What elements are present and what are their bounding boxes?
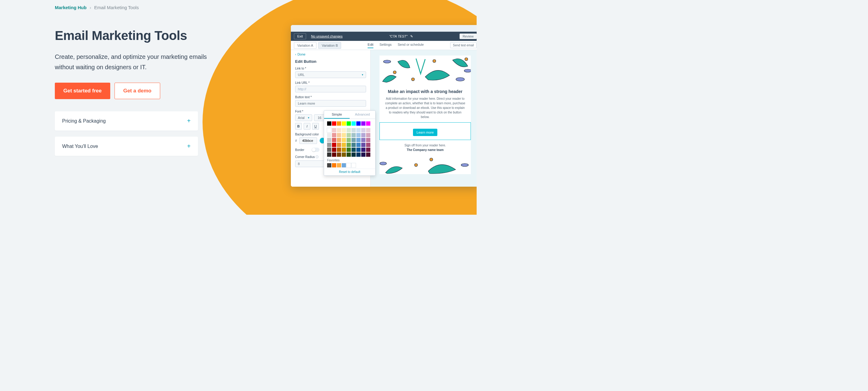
- color-swatch[interactable]: [361, 133, 366, 137]
- preview-cta-button[interactable]: Learn more: [413, 129, 437, 136]
- get-started-button[interactable]: Get started free: [55, 83, 110, 99]
- color-swatch[interactable]: [356, 143, 361, 147]
- send-test-button[interactable]: Send test email: [450, 43, 477, 48]
- color-swatch[interactable]: [356, 128, 361, 132]
- button-text-input[interactable]: Learn more: [295, 100, 366, 107]
- color-swatch[interactable]: [327, 133, 331, 137]
- color-swatch[interactable]: [337, 133, 341, 137]
- color-swatch[interactable]: [342, 138, 346, 142]
- color-swatch[interactable]: [347, 128, 351, 132]
- color-swatch[interactable]: [351, 133, 356, 137]
- color-swatch[interactable]: [347, 138, 351, 142]
- color-swatch[interactable]: [361, 138, 366, 142]
- favorite-swatch[interactable]: [327, 163, 331, 167]
- color-swatch[interactable]: [366, 148, 370, 152]
- font-size-input[interactable]: 16: [314, 114, 325, 121]
- color-swatch[interactable]: [327, 143, 331, 147]
- color-swatch[interactable]: [351, 138, 356, 142]
- color-swatch[interactable]: [347, 121, 351, 125]
- color-swatch[interactable]: [356, 133, 361, 137]
- underline-button[interactable]: U: [312, 123, 319, 130]
- accordion-love[interactable]: What You'll Love +: [55, 137, 198, 156]
- color-swatch[interactable]: [366, 121, 370, 125]
- color-swatch[interactable]: [361, 143, 366, 147]
- favorite-swatch[interactable]: [342, 163, 346, 167]
- color-swatch[interactable]: [361, 128, 366, 132]
- nav-settings[interactable]: Settings: [379, 43, 392, 48]
- color-swatch[interactable]: [332, 121, 336, 125]
- color-swatch[interactable]: [356, 148, 361, 152]
- color-swatch[interactable]: [351, 148, 356, 152]
- color-tab-simple[interactable]: Simple: [324, 111, 350, 119]
- color-swatch[interactable]: [351, 143, 356, 147]
- color-swatch[interactable]: [332, 148, 336, 152]
- color-swatch[interactable]: [366, 133, 370, 137]
- accordion-pricing[interactable]: Pricing & Packaging +: [55, 111, 198, 131]
- color-swatch[interactable]: [361, 152, 366, 157]
- color-swatch[interactable]: [366, 152, 370, 157]
- color-swatch[interactable]: [342, 121, 346, 125]
- color-swatch[interactable]: [342, 133, 346, 137]
- color-swatch[interactable]: [356, 121, 361, 125]
- bold-button[interactable]: B: [295, 123, 302, 130]
- cta-block-selected[interactable]: Learn more: [379, 122, 471, 140]
- color-swatch[interactable]: [332, 128, 336, 132]
- color-swatch[interactable]: [366, 128, 370, 132]
- favorite-swatch[interactable]: [347, 163, 351, 167]
- favorite-swatch[interactable]: [337, 163, 341, 167]
- favorite-swatch[interactable]: [332, 163, 336, 167]
- color-swatch[interactable]: [337, 128, 341, 132]
- color-swatch[interactable]: [366, 138, 370, 142]
- edit-title-icon[interactable]: ✎: [410, 34, 413, 38]
- reset-default-link[interactable]: Reset to default: [324, 169, 375, 175]
- color-swatch[interactable]: [347, 133, 351, 137]
- get-demo-button[interactable]: Get a demo: [115, 83, 160, 99]
- exit-button[interactable]: Exit: [294, 33, 306, 39]
- color-swatch[interactable]: [327, 121, 331, 125]
- color-swatch[interactable]: [356, 152, 361, 157]
- color-swatch[interactable]: [327, 138, 331, 142]
- color-swatch[interactable]: [337, 152, 341, 157]
- color-swatch[interactable]: [342, 128, 346, 132]
- bgcolor-hex-input[interactable]: [299, 137, 317, 144]
- italic-button[interactable]: I: [304, 123, 310, 130]
- color-swatch[interactable]: [332, 138, 336, 142]
- tab-variation-b[interactable]: Variation B: [318, 42, 341, 49]
- color-swatch[interactable]: [327, 152, 331, 157]
- color-swatch[interactable]: [351, 152, 356, 157]
- nav-edit[interactable]: Edit: [368, 43, 373, 48]
- color-swatch[interactable]: [347, 143, 351, 147]
- font-family-select[interactable]: Arial ▾: [295, 114, 312, 121]
- color-swatch[interactable]: [327, 148, 331, 152]
- color-swatch[interactable]: [332, 133, 336, 137]
- color-swatch[interactable]: [332, 152, 336, 157]
- color-swatch[interactable]: [361, 121, 366, 125]
- color-swatch[interactable]: [337, 138, 341, 142]
- color-swatch[interactable]: [342, 152, 346, 157]
- color-swatch[interactable]: [337, 143, 341, 147]
- link-to-select[interactable]: URL ▾: [295, 72, 366, 78]
- color-swatch[interactable]: [356, 138, 361, 142]
- done-link[interactable]: ‹ Done: [295, 52, 366, 56]
- review-button[interactable]: Review: [460, 33, 477, 39]
- color-swatch[interactable]: [347, 148, 351, 152]
- border-toggle[interactable]: [312, 148, 319, 152]
- color-swatch[interactable]: [351, 128, 356, 132]
- color-swatch[interactable]: [342, 143, 346, 147]
- breadcrumb-root-link[interactable]: Marketing Hub: [55, 5, 87, 10]
- color-swatch[interactable]: [327, 128, 331, 132]
- link-url-input[interactable]: http://: [295, 86, 366, 92]
- unsaved-changes-link[interactable]: No unsaved changes: [311, 34, 342, 38]
- color-swatch[interactable]: [342, 148, 346, 152]
- color-swatch[interactable]: [337, 148, 341, 152]
- tab-variation-a[interactable]: Variation A: [294, 42, 316, 49]
- nav-send[interactable]: Send or schedule: [398, 43, 424, 48]
- color-swatch[interactable]: [347, 152, 351, 157]
- color-swatch[interactable]: [351, 121, 356, 125]
- favorite-swatch[interactable]: [351, 163, 356, 167]
- color-tab-advanced[interactable]: Advanced: [350, 111, 375, 119]
- color-swatch[interactable]: [337, 121, 341, 125]
- corner-radius-input[interactable]: 8: [295, 161, 324, 167]
- color-swatch[interactable]: [361, 148, 366, 152]
- color-swatch[interactable]: [332, 143, 336, 147]
